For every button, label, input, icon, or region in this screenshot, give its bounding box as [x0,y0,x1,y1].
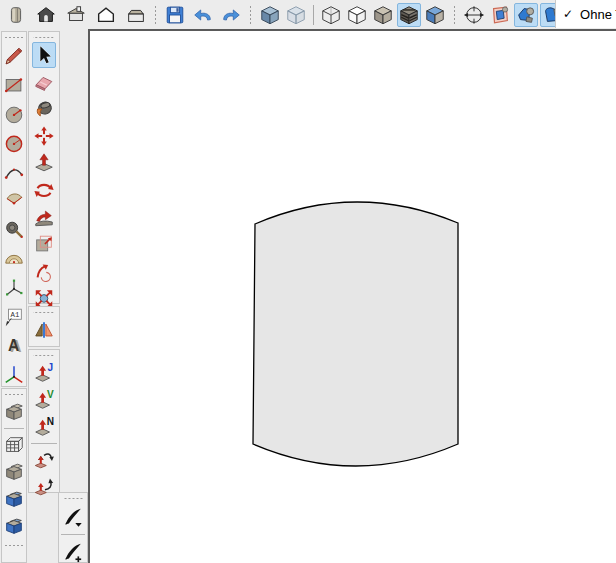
text-3d-icon: AA [3,335,25,357]
component-blue-button[interactable] [2,513,26,539]
toolbar-grip[interactable] [247,5,254,25]
freehand-loupe-button[interactable] [2,216,26,244]
axes-figure-icon [3,277,25,299]
xray-button[interactable] [284,3,308,27]
component-solid-button[interactable] [2,459,26,485]
section-plane-tool-button[interactable] [462,3,486,27]
toolbar-grip[interactable] [33,352,56,358]
paint-bucket-icon [33,98,55,120]
pushpull-n-icon: N [33,416,55,438]
xray-icon [285,4,307,26]
svg-text:A1: A1 [11,311,20,319]
select-button[interactable] [32,42,56,68]
side-view-house-icon [95,4,117,26]
mirror-tool-button[interactable] [32,317,56,343]
toolbar-grip[interactable] [152,5,159,25]
arc-tool-icon [3,161,25,183]
quill-plus-icon [62,541,84,563]
toolbar-grip[interactable] [33,34,56,40]
select-icon [33,44,55,66]
pushpull-n-button[interactable]: N [32,414,56,440]
axes-colored-button[interactable] [2,361,26,389]
save-button[interactable] [163,3,187,27]
side-view-house-button[interactable] [94,3,118,27]
autofold-icon [33,260,55,282]
curl-arrow-ccw-button[interactable] [32,474,56,500]
toolbar-grip[interactable] [33,309,56,315]
toolbar-grip[interactable] [63,495,84,501]
component-wire-button[interactable] [2,432,26,458]
redo-icon [220,4,242,26]
svg-text:A: A [8,337,19,354]
polygon-tool-icon [3,132,25,154]
pencil-button[interactable] [2,42,26,70]
toolbar-grip[interactable] [5,391,23,397]
redo-button[interactable] [219,3,243,27]
toolbar-group-face-styles [258,3,447,27]
rectangle-button[interactable] [2,71,26,99]
back-view-house-button[interactable] [124,3,148,27]
toolbar-group-views [4,3,148,27]
toolbar-grip[interactable] [5,542,23,548]
toolbar-separator [4,428,24,429]
follow-me-icon [33,206,55,228]
save-icon [164,4,186,26]
toolbar-grip[interactable] [451,5,458,25]
text-tool-button[interactable]: A1 [2,303,26,331]
curl-arrow-cw-icon [33,449,55,471]
curl-arrow-cw-button[interactable] [32,447,56,473]
pie-tool-icon [3,190,25,212]
front-view-house-icon [35,4,57,26]
eraser-button[interactable] [32,69,56,95]
pushpull-v-icon: V [33,389,55,411]
autofold-button[interactable] [32,258,56,284]
axes-figure-button[interactable] [2,274,26,302]
display-section-planes-icon [489,4,511,26]
hidden-line-button[interactable] [345,3,369,27]
display-section-cuts-button[interactable] [514,3,538,27]
style-menu[interactable]: ✓ Ohne T [555,0,616,28]
toolbar-separator [61,534,85,535]
component-blue-icon [3,488,25,510]
toolbar-edit-tools [28,31,60,304]
quill-dropdown-button[interactable] [60,503,86,531]
model-face[interactable] [253,202,458,466]
offset-tool-button[interactable] [32,231,56,257]
top-view-house-button[interactable] [64,3,88,27]
arc-tool-button[interactable] [2,158,26,186]
wireframe-button[interactable] [319,3,343,27]
follow-me-button[interactable] [32,204,56,230]
mirror-tool-icon [33,319,55,341]
component-solid-button[interactable] [2,399,26,425]
text-3d-button[interactable]: AA [2,332,26,360]
shaded-textures-button[interactable] [397,3,421,27]
shaded-icon [372,4,394,26]
pencil-icon [3,45,25,67]
display-section-planes-button[interactable] [488,3,512,27]
component-solid-icon [3,461,25,483]
shaded-button[interactable] [371,3,395,27]
drawing-canvas[interactable] [88,29,616,563]
shaded-textures-blue-button[interactable] [258,3,282,27]
rotate-tool-button[interactable] [32,177,56,203]
push-pull-button[interactable] [32,150,56,176]
rotate-tool-icon [33,179,55,201]
quill-plus-button[interactable] [60,538,86,563]
toolbar-grip[interactable] [5,34,23,40]
paint-bucket-button[interactable] [32,96,56,122]
axes-colored-icon [3,364,25,386]
pie-tool-button[interactable] [2,187,26,215]
monochrome-button[interactable] [423,3,447,27]
front-view-house-button[interactable] [34,3,58,27]
component-blue-button[interactable] [2,486,26,512]
move-tool-button[interactable] [32,123,56,149]
pushpull-v-button[interactable]: V [32,387,56,413]
pushpull-j-icon: J [33,362,55,384]
protractor-button[interactable] [2,245,26,273]
iso-view-button[interactable] [4,3,28,27]
circle-tool-button[interactable] [2,100,26,128]
polygon-tool-button[interactable] [2,129,26,157]
pushpull-j-button[interactable]: J [32,360,56,386]
undo-icon [192,4,214,26]
undo-button[interactable] [191,3,215,27]
